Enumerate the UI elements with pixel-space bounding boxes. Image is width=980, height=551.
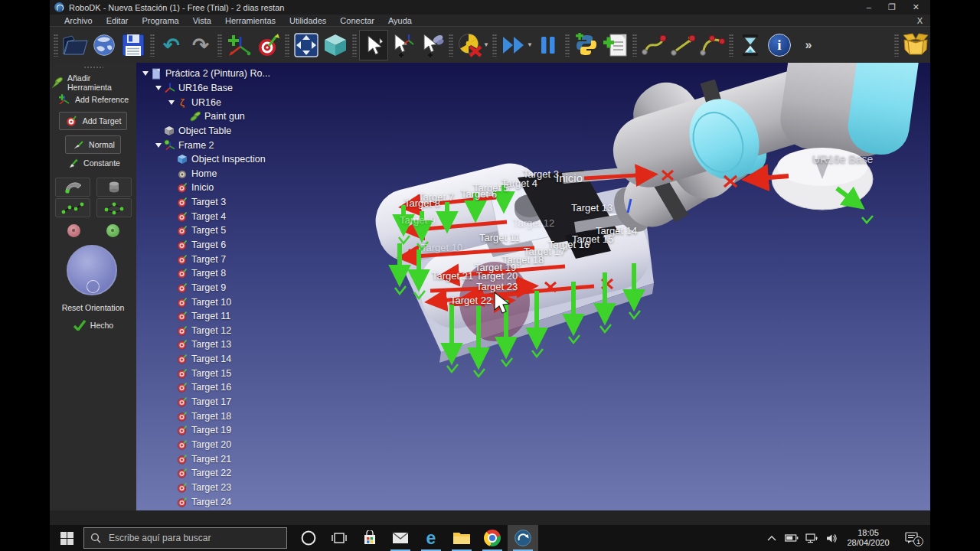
toolbar-grip[interactable]: [565, 34, 570, 57]
minimize-button[interactable]: –: [867, 2, 871, 12]
tree-item-target-20[interactable]: Target 20: [136, 438, 270, 452]
addtarget-icon[interactable]: [253, 30, 283, 60]
tree-item-target-18[interactable]: Target 18: [136, 409, 270, 423]
tree-item-target-16[interactable]: Target 16: [136, 380, 270, 395]
toolbar-grip[interactable]: [729, 34, 733, 57]
normal-button[interactable]: Normal: [65, 135, 121, 154]
tree-item-target-24[interactable]: Target 24: [136, 494, 270, 509]
tree-item-practica-2-pintura-ro[interactable]: Práctica 2 (Pintura) Ro...: [136, 67, 270, 81]
tree-item-target-19[interactable]: Target 19: [136, 423, 270, 438]
chrome-taskbar-icon[interactable]: [477, 525, 508, 551]
edge-taskbar-icon[interactable]: e: [416, 525, 446, 551]
add-tool-button[interactable]: Añadir Herramienta: [50, 73, 136, 92]
globe-icon[interactable]: [90, 30, 119, 60]
collision-icon[interactable]: [456, 30, 485, 60]
battery-icon[interactable]: [783, 525, 800, 551]
python-icon[interactable]: [572, 30, 601, 60]
scene-label-target-13[interactable]: Target 13: [571, 202, 612, 214]
overflow-icon[interactable]: »: [794, 30, 823, 60]
volume-icon[interactable]: [823, 525, 840, 551]
scene-label-target-22[interactable]: Target 22: [450, 295, 492, 306]
scene-label-target-10[interactable]: Target 10: [421, 242, 462, 253]
tree-item-target-21[interactable]: Target 21: [136, 452, 270, 466]
scene-label-ur16e-base[interactable]: UR16e Base: [812, 153, 873, 165]
scene-label-target-23[interactable]: Target 23: [476, 281, 518, 292]
undo-icon[interactable]: ↶: [157, 30, 186, 60]
tree-item-target-5[interactable]: Target 5: [136, 223, 270, 238]
pause-icon[interactable]: [534, 30, 563, 60]
tree-item-target-13[interactable]: Target 13: [136, 337, 270, 352]
tree-item-target-4[interactable]: Target 4: [136, 209, 270, 223]
tree-item-home[interactable]: Home: [136, 166, 270, 181]
tree-item-target-8[interactable]: Target 8: [136, 266, 270, 281]
movetool-icon[interactable]: [417, 30, 446, 60]
tree-item-target-22[interactable]: Target 22: [136, 466, 270, 481]
network-icon[interactable]: [803, 525, 820, 551]
menu-programa[interactable]: Programa: [135, 16, 185, 25]
scene-label-target-11[interactable]: Target 11: [479, 232, 520, 243]
toolbar-grip[interactable]: [150, 34, 155, 57]
menu-close-x[interactable]: X: [917, 16, 923, 25]
search-input[interactable]: [107, 532, 280, 544]
info-icon[interactable]: i: [765, 30, 794, 60]
tree-item-object-inspection[interactable]: Object Inspection: [136, 152, 270, 167]
tree-item-target-14[interactable]: Target 14: [136, 352, 270, 367]
tree-item-target-11[interactable]: Target 11: [136, 309, 270, 324]
fan-spray-button[interactable]: [55, 178, 90, 197]
fitview-icon[interactable]: [292, 30, 321, 60]
select-icon[interactable]: [359, 30, 388, 60]
start-button[interactable]: [50, 525, 83, 551]
open-icon[interactable]: [60, 30, 90, 60]
red-state-button[interactable]: [67, 224, 80, 237]
panel-grip[interactable]: [83, 66, 103, 70]
expander-icon[interactable]: [141, 69, 150, 78]
taskbar-search[interactable]: [83, 527, 287, 549]
tree-item-target-10[interactable]: Target 10: [136, 295, 270, 309]
tree-item-target-17[interactable]: Target 17: [136, 395, 270, 409]
taskview-taskbar-icon[interactable]: [324, 525, 354, 551]
spline-path-button[interactable]: [96, 198, 132, 217]
tree-item-paint-gun[interactable]: Paint gun: [136, 109, 270, 124]
save-icon[interactable]: [119, 30, 148, 60]
scene-label-target-9[interactable]: Target 9: [400, 214, 436, 226]
tree-item-object-table[interactable]: Object Table: [136, 124, 270, 139]
notification-center-button[interactable]: 1: [897, 525, 927, 551]
toolbar-grip[interactable]: [449, 34, 453, 57]
menu-herramientas[interactable]: Herramientas: [218, 16, 283, 25]
tree-item-frame-2[interactable]: Frame 2: [136, 138, 270, 152]
cortana-taskbar-icon[interactable]: [293, 525, 324, 551]
movej-icon[interactable]: [639, 30, 668, 60]
menu-ayuda[interactable]: Ayuda: [381, 16, 419, 25]
movel-icon[interactable]: [668, 30, 697, 60]
scene-label-target-12[interactable]: Target 12: [513, 217, 554, 229]
tree-item-target-6[interactable]: Target 6: [136, 238, 270, 253]
robodk-taskbar-icon[interactable]: [508, 525, 538, 551]
isocube-icon[interactable]: [321, 30, 350, 60]
tree-item-target-3[interactable]: Target 3: [136, 195, 270, 210]
toolbar-grip[interactable]: [217, 34, 222, 57]
package-icon[interactable]: [901, 30, 930, 60]
toolbar-grip[interactable]: [54, 34, 58, 57]
tree-item-target-23[interactable]: Target 23: [136, 481, 270, 495]
addframe-icon[interactable]: [224, 30, 253, 60]
scene-label-target-6[interactable]: Target 6: [461, 188, 497, 200]
taskbar-clock[interactable]: 18:05 28/04/2020: [843, 528, 893, 548]
hourglass-icon[interactable]: [736, 30, 765, 60]
orientation-trackball[interactable]: [67, 245, 117, 295]
add-reference-button[interactable]: Add Reference: [50, 93, 136, 106]
program-icon[interactable]: [601, 30, 630, 60]
toolbar-grip[interactable]: [632, 34, 637, 57]
tree-item-target-15[interactable]: Target 15: [136, 366, 270, 380]
cylinder-button[interactable]: [96, 178, 132, 197]
toolbar-grip[interactable]: [352, 34, 357, 57]
3d-viewport[interactable]: Target 3InicioTarget 4Target 5Target 6Ta…: [136, 63, 930, 510]
constant-button[interactable]: Constante: [50, 156, 136, 170]
menu-archivo[interactable]: Archivo: [57, 16, 100, 25]
tree-item-inicio[interactable]: Inicio: [136, 181, 270, 195]
expander-icon[interactable]: [154, 83, 163, 93]
maximize-button[interactable]: ❐: [888, 2, 896, 12]
tree-item-ur16e-base[interactable]: UR16e Base: [136, 81, 270, 96]
tree-item-target-12[interactable]: Target 12: [136, 324, 270, 338]
movec-icon[interactable]: [697, 30, 727, 60]
explorer-taskbar-icon[interactable]: [446, 525, 477, 551]
